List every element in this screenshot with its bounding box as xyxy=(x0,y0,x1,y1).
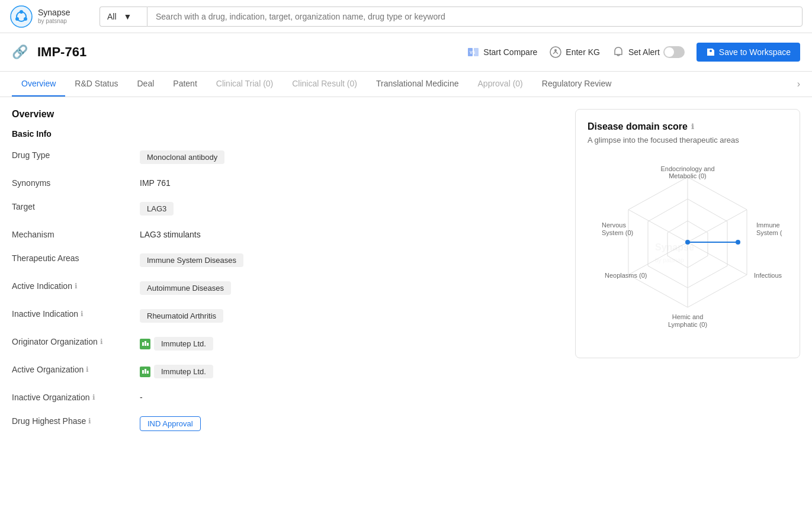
top-bar: Synapse by patsnap All ▼ xyxy=(0,0,812,33)
tab-scroll-right[interactable]: › xyxy=(797,79,800,89)
originator-org-row-inner: Immutep Ltd. xyxy=(140,337,213,351)
logo-name: Synapse xyxy=(38,8,70,17)
drug-title: IMP-761 xyxy=(37,44,457,60)
synapse-logo-icon xyxy=(9,5,33,28)
svg-point-31 xyxy=(685,240,690,245)
svg-text:System (1): System (1) xyxy=(756,229,782,236)
svg-point-0 xyxy=(11,6,32,27)
svg-text:System (0): System (0) xyxy=(602,229,633,236)
active-org-info-icon[interactable]: ℹ xyxy=(86,365,89,374)
alert-toggle[interactable] xyxy=(663,46,685,58)
search-input[interactable] xyxy=(147,7,803,27)
save-workspace-button[interactable]: Save to Workspace xyxy=(697,43,800,62)
drug-highest-phase-row: Drug Highest Phase ℹ IND Approval xyxy=(12,416,563,431)
alert-label: Set Alert xyxy=(628,47,660,57)
active-org-row: Active Organization ℹ Immutep Ltd. xyxy=(12,365,563,378)
tab-clinical-result[interactable]: Clinical Result (0) xyxy=(283,72,367,97)
drug-type-row: Drug Type Monoclonal antibody xyxy=(12,150,563,164)
svg-rect-14 xyxy=(145,341,146,346)
drug-highest-phase-tag: IND Approval xyxy=(140,416,201,431)
tab-rnd[interactable]: R&D Status xyxy=(65,72,127,97)
therapeutic-areas-tag: Immune System Diseases xyxy=(140,253,243,267)
target-value: LAG3 xyxy=(140,202,174,216)
originator-org-tag[interactable]: Immutep Ltd. xyxy=(154,337,213,351)
inactive-org-info-icon[interactable]: ℹ xyxy=(92,393,95,401)
disease-panel-title: Disease domain score ℹ xyxy=(588,121,788,132)
synonyms-label: Synonyms xyxy=(12,178,130,188)
save-icon xyxy=(706,47,715,57)
svg-text:Infectious (0): Infectious (0) xyxy=(754,272,782,279)
active-indication-label: Active Indication ℹ xyxy=(12,281,130,291)
tab-clinical-trial[interactable]: Clinical Trial (0) xyxy=(207,72,283,97)
set-alert-button[interactable]: Set Alert xyxy=(612,46,685,59)
active-org-tag[interactable]: Immutep Ltd. xyxy=(154,365,213,378)
kg-label: Enter KG xyxy=(566,47,600,57)
tab-deal[interactable]: Deal xyxy=(128,72,164,97)
tab-approval[interactable]: Approval (0) xyxy=(468,72,532,97)
originator-org-info-icon[interactable]: ℹ xyxy=(100,338,103,346)
inactive-indication-value: Rheumatoid Arthritis xyxy=(140,309,223,323)
svg-text:VS: VS xyxy=(470,50,476,54)
chevron-down-icon: ▼ xyxy=(124,12,132,21)
drug-header: 🔗 IMP-761 VS Start Compare Enter KG xyxy=(0,33,812,72)
drug-type-label: Drug Type xyxy=(12,150,130,160)
active-org-logo xyxy=(140,367,150,377)
originator-org-logo xyxy=(140,339,150,349)
target-row: Target LAG3 xyxy=(12,202,563,216)
tab-patent[interactable]: Patent xyxy=(163,72,206,97)
tab-overview[interactable]: Overview xyxy=(12,72,65,97)
search-type-dropdown[interactable]: All ▼ xyxy=(100,7,147,27)
enter-kg-button[interactable]: Enter KG xyxy=(549,46,600,59)
active-indication-tag: Autoimmune Diseases xyxy=(140,281,231,295)
search-container: All ▼ xyxy=(100,7,803,27)
logo-sub: by patsnap xyxy=(38,18,70,24)
active-org-label: Active Organization ℹ xyxy=(12,365,130,374)
header-actions: VS Start Compare Enter KG Set Alert xyxy=(467,43,800,62)
logo-text: Synapse by patsnap xyxy=(38,8,70,24)
originator-org-row: Originator Organization ℹ Immutep Ltd. xyxy=(12,337,563,351)
drug-highest-phase-info-icon[interactable]: ℹ xyxy=(88,417,91,425)
svg-line-11 xyxy=(553,52,556,54)
mechanism-label: Mechanism xyxy=(12,230,130,239)
svg-point-30 xyxy=(736,240,740,245)
svg-rect-16 xyxy=(142,370,144,374)
tab-regulatory[interactable]: Regulatory Review xyxy=(532,72,621,97)
target-label: Target xyxy=(12,202,130,211)
svg-text:Lymphatic (0): Lymphatic (0) xyxy=(668,321,707,328)
drug-highest-phase-value: IND Approval xyxy=(140,416,201,431)
synonyms-row: Synonyms IMP 761 xyxy=(12,178,563,188)
originator-org-label: Originator Organization ℹ xyxy=(12,337,130,346)
svg-text:Immune: Immune xyxy=(756,221,780,229)
svg-point-10 xyxy=(554,49,557,52)
start-compare-button[interactable]: VS Start Compare xyxy=(467,46,537,59)
svg-rect-13 xyxy=(142,342,144,346)
disease-panel-subtitle: A glimpse into the focused therapeutic a… xyxy=(588,136,788,144)
svg-rect-18 xyxy=(147,371,149,374)
save-label: Save to Workspace xyxy=(719,47,791,57)
mechanism-value: LAG3 stimulants xyxy=(140,230,201,239)
radar-svg: Endocrinology and Metabolic (0) Immune S… xyxy=(593,159,782,343)
inactive-indication-info-icon[interactable]: ℹ xyxy=(81,310,84,318)
active-indication-info-icon[interactable]: ℹ xyxy=(75,282,78,290)
toggle-knob xyxy=(665,47,674,57)
svg-rect-15 xyxy=(147,343,149,346)
compare-icon: VS xyxy=(467,46,480,59)
section-overview-title: Overview xyxy=(12,109,563,120)
tab-translational[interactable]: Translational Medicine xyxy=(367,72,468,97)
radar-chart: Synapse by patsnap xyxy=(588,156,788,346)
compare-label: Start Compare xyxy=(483,47,537,57)
svg-point-4 xyxy=(15,17,19,21)
drug-highest-phase-label: Drug Highest Phase ℹ xyxy=(12,416,130,426)
drug-type-tag: Monoclonal antibody xyxy=(140,150,224,164)
disease-panel-info-icon[interactable]: ℹ xyxy=(691,123,694,131)
inactive-indication-row: Inactive Indication ℹ Rheumatoid Arthrit… xyxy=(12,309,563,323)
tabs-bar: Overview R&D Status Deal Patent Clinical… xyxy=(0,72,812,97)
active-indication-row: Active Indication ℹ Autoimmune Diseases xyxy=(12,281,563,295)
svg-text:Hemic and: Hemic and xyxy=(672,313,704,320)
overview-left: Overview Basic Info Drug Type Monoclonal… xyxy=(12,109,563,445)
inactive-org-value: - xyxy=(140,393,143,402)
inactive-org-row: Inactive Organization ℹ - xyxy=(12,393,563,402)
inactive-indication-tag: Rheumatoid Arthritis xyxy=(140,309,223,323)
search-type-label: All xyxy=(107,12,117,21)
therapeutic-areas-label: Therapeutic Areas xyxy=(12,253,130,263)
